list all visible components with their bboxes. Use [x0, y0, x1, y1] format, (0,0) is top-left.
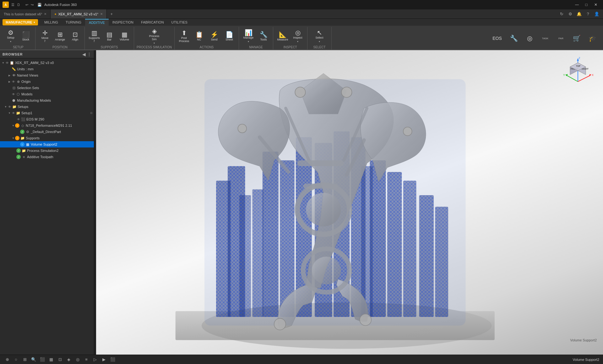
models-eye[interactable]: 👁 [11, 93, 16, 96]
tree-process-sim[interactable]: ▶ ✓ 📁 Process Simulation2 [0, 147, 94, 154]
tree-setups[interactable]: ▼ 👁 📁 Setups [0, 104, 94, 110]
settings-icon[interactable]: ⚙ [567, 10, 574, 18]
bar-btn[interactable]: ▤ Bar [102, 28, 116, 45]
close-btn[interactable]: ✕ [591, 0, 600, 9]
help-icon[interactable]: ? [584, 10, 592, 18]
tree-eos[interactable]: ▶ 👁 ⬛ EOS M 290 [0, 116, 94, 122]
measure-btn[interactable]: 📐 Measure [276, 28, 290, 45]
stock-btn[interactable]: ⬛ Stock [19, 28, 33, 45]
simulate-btn[interactable]: ◈ ProcessSim ▾ [147, 28, 161, 45]
status-play-icon[interactable]: ▷ [92, 356, 99, 363]
send-btn[interactable]: ⚡ Send [207, 28, 221, 45]
tools-btn[interactable]: 🔧 Tools [257, 28, 270, 45]
inspect-btn[interactable]: ◎ Inspect ▾ [291, 28, 305, 45]
tab-main[interactable]: ● XEK_RT_AMM_S2 v3 v1° ✕ [51, 9, 107, 19]
graduate-icon[interactable]: 🎓 [585, 30, 599, 47]
task-icon[interactable]: TASK [538, 30, 552, 47]
tree-setup1[interactable]: ▼ 👁 📁 Setup1 ⊙ [0, 110, 94, 116]
browser-options-btn[interactable]: ⋮ [87, 52, 91, 57]
browser-back-btn[interactable]: ◀ [82, 52, 86, 57]
bar-icon: ▤ [106, 31, 112, 38]
manage-btn[interactable]: 📊 Manage ▾ [242, 28, 255, 45]
redo-btn[interactable]: ↪ [31, 3, 34, 7]
tab-main-close[interactable]: ✕ [100, 12, 103, 16]
tree-volume-support2[interactable]: ▶ i ▦ Volume Support2 [0, 141, 94, 147]
actions-items: ⬆ PostProcess 📋 NC ⚡ Send 📄 Sheet [177, 27, 236, 46]
select-btn[interactable]: ↖ Select ▾ [310, 28, 329, 45]
par-icon[interactable]: PAR [554, 30, 568, 47]
viewport[interactable]: Z X Y RIGHT FRONT TOP Volume Support2 [96, 50, 603, 355]
wrench-icon[interactable]: 🔧 [507, 30, 521, 47]
notification-icon[interactable]: 🔔 [575, 10, 583, 18]
eos-label: EOS M 290 [26, 117, 93, 121]
status-section-icon[interactable]: ≡ [83, 356, 90, 363]
ribbon-tab-fabrication[interactable]: FABRICATION [137, 19, 168, 26]
eos-icon[interactable]: EOS [489, 30, 505, 47]
status-grid-icon[interactable]: ⊡ [57, 356, 63, 363]
align-label: Align [72, 38, 78, 41]
status-snap-icon[interactable]: ◈ [65, 356, 72, 363]
root-eye[interactable]: 👁 [5, 61, 9, 65]
ribbon-tab-inspection[interactable]: INSPECTION [109, 19, 137, 26]
new-file-icon[interactable]: 🗋 [17, 3, 20, 7]
undo-btn[interactable]: ↩ [25, 3, 28, 7]
setup-btn[interactable]: ⚙ Setup ▾ [4, 28, 18, 45]
status-display-icon[interactable]: ⬛ [39, 356, 46, 363]
tab-dataset-close[interactable]: ✕ [44, 12, 46, 16]
setups-eye[interactable]: 👁 [8, 105, 12, 109]
account-icon[interactable]: 👤 [593, 10, 600, 18]
measure-label: Measure [277, 38, 288, 41]
status-pan-icon[interactable]: ⊕ [4, 356, 11, 363]
tree-root[interactable]: ▼ 👁 📋 XEK_RT_AMM_S2 v3 v0 [0, 60, 94, 66]
ribbon-tab-utilities[interactable]: UTILITIES [168, 19, 191, 26]
view-cube-svg[interactable]: Z X Y RIGHT FRONT TOP [562, 56, 594, 91]
arrange-btn[interactable]: ⊞ Arrange [53, 28, 67, 45]
tree-models[interactable]: ▶ 👁 ⬡ Models [0, 91, 94, 97]
tree-mfg-models[interactable]: ▶ ⬢ Manufacturing Models [0, 97, 94, 104]
setup1-eye[interactable]: 👁 [11, 111, 16, 115]
supports-btn[interactable]: ▥ Supports↾ [87, 28, 101, 45]
manufacture-dropdown[interactable]: MANUFACTURE ▾ [3, 19, 38, 25]
simulate-icon: ◈ [152, 28, 157, 34]
tree-supports-folder[interactable]: ▼ ! 📁 Supports [0, 135, 94, 141]
file-menu-icon[interactable]: ☰ [11, 3, 14, 7]
volume-support2-label: Volume Support2 [31, 142, 93, 146]
ribbon-tab-milling[interactable]: MILLING [41, 19, 62, 26]
status-zoom-icon[interactable]: 🔍 [30, 356, 37, 363]
cart-icon[interactable]: 🛒 [570, 30, 584, 47]
nc-btn[interactable]: 📋 NC [192, 28, 206, 45]
tree-origin[interactable]: ▶ 👁 ⊕ Origin [0, 78, 94, 85]
post-btn[interactable]: ⬆ PostProcess [177, 28, 191, 45]
status-measure-icon[interactable]: ◎ [74, 356, 81, 363]
status-extra-icon[interactable]: ⬛ [109, 356, 116, 363]
origin-eye[interactable]: 👁 [11, 80, 16, 83]
status-fit-icon[interactable]: ⊞ [21, 356, 28, 363]
save-btn[interactable]: 💾 [37, 3, 42, 7]
ribbon-tab-turning[interactable]: TURNING [62, 19, 85, 26]
volume-btn[interactable]: ▦ Volume [117, 28, 131, 45]
refresh-icon[interactable]: ↻ [558, 10, 565, 18]
setups-label: Setups [18, 105, 93, 109]
tab-dataset[interactable]: This is fusion dataset v6° ✕ [0, 9, 51, 19]
tree-toolpath[interactable]: ▶ ✓ ≡ Additive Toolpath [0, 154, 94, 160]
minimize-btn[interactable]: — [572, 0, 582, 9]
manufacture-label: MANUFACTURE [6, 20, 32, 24]
tree-selection-sets[interactable]: ▶ ⊡ Selection Sets [0, 85, 94, 91]
status-visual-icon[interactable]: ▦ [48, 356, 55, 363]
tree-direct-part[interactable]: ▶ ✓ ⚙ _Default_DirectPart [0, 129, 94, 135]
ribbon-tab-additive[interactable]: ADDITIVE [85, 19, 109, 26]
maximize-btn[interactable]: □ [582, 0, 591, 9]
sensor-icon[interactable]: ◎ [523, 30, 536, 47]
status-record-icon[interactable]: ▶ [100, 356, 107, 363]
status-orbit-icon[interactable]: ○ [13, 356, 19, 363]
move-btn[interactable]: ✛ Move↾ [38, 28, 52, 45]
ribbon-group-process: ◈ ProcessSim ▾ PROCESS SIMULATION [134, 27, 175, 50]
eos-eye[interactable]: 👁 [16, 118, 21, 121]
tree-material[interactable]: ▼ ! ◇ N718_PerformanceM291 2.11 [0, 122, 94, 129]
align-btn[interactable]: ⊡ Align [68, 28, 82, 45]
send-icon: ⚡ [210, 31, 218, 38]
sheet-btn[interactable]: 📄 Sheet [222, 28, 236, 45]
tree-named-views[interactable]: ▶ 👁 Named Views [0, 72, 94, 78]
new-tab-btn[interactable]: + [107, 9, 116, 19]
tree-units[interactable]: ▶ 📏 Units : mm [0, 66, 94, 72]
